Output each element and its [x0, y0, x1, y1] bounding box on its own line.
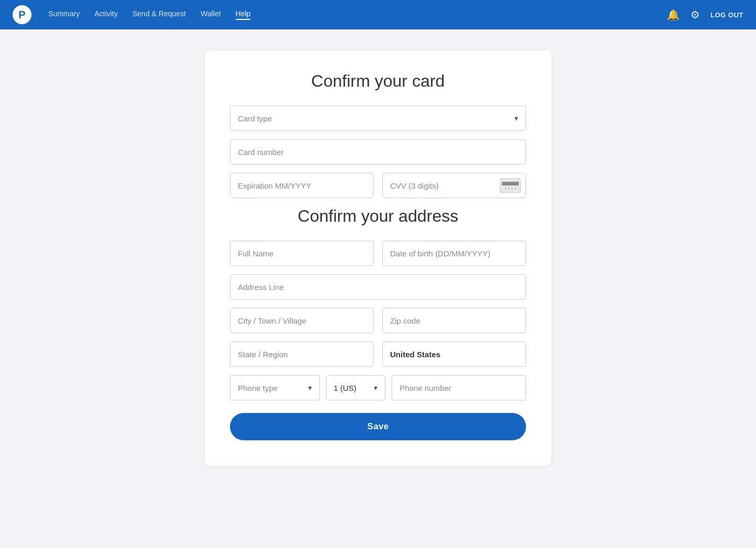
main-content: Confirm your card Card type ▾	[0, 29, 756, 497]
state-country-row	[230, 342, 526, 367]
zip-group	[382, 308, 526, 333]
name-dob-row	[230, 241, 526, 266]
phone-row: Phone type ▾ 1 (US) ▾	[230, 375, 526, 400]
cvv-card-icon	[500, 178, 521, 193]
nav-link-wallet[interactable]: Wallet	[201, 9, 220, 20]
address-line-group	[230, 274, 526, 299]
city-group	[230, 308, 374, 333]
country-group	[382, 342, 526, 367]
dob-input[interactable]	[382, 241, 526, 266]
phone-type-select[interactable]: Phone type ▾	[230, 375, 320, 400]
nav-link-help[interactable]: Help	[236, 9, 251, 20]
state-group	[230, 342, 374, 367]
card-type-label: Card type	[238, 114, 272, 123]
address-input[interactable]	[230, 274, 526, 299]
phone-code-group: 1 (US) ▾	[326, 375, 386, 400]
expiration-input[interactable]	[230, 173, 374, 198]
nav-link-summary[interactable]: Summary	[48, 9, 80, 20]
card-type-select[interactable]: Card type ▾	[230, 106, 526, 131]
navbar: P Summary Activity Send & Request Wallet…	[0, 0, 756, 29]
phone-type-chevron-icon: ▾	[308, 384, 312, 392]
city-input[interactable]	[230, 308, 374, 333]
nav-link-send-request[interactable]: Send & Request	[132, 9, 186, 20]
state-input[interactable]	[230, 342, 374, 367]
phone-code-label: 1 (US)	[334, 384, 356, 392]
paypal-logo: P	[13, 5, 32, 24]
dob-group	[382, 241, 526, 266]
city-zip-row	[230, 308, 526, 333]
nav-right: 🔔 ⚙ LOG OUT	[667, 8, 743, 21]
save-button[interactable]: Save	[230, 413, 526, 440]
card-number-input[interactable]	[230, 139, 526, 164]
logout-button[interactable]: LOG OUT	[710, 11, 743, 19]
phone-type-group: Phone type ▾	[230, 375, 320, 400]
expiry-cvv-row	[230, 173, 526, 198]
address-section-title: Confirm your address	[230, 206, 526, 226]
phone-number-group	[392, 375, 526, 400]
phone-type-label: Phone type	[238, 384, 278, 392]
country-input[interactable]	[382, 342, 526, 367]
form-container: Confirm your card Card type ▾	[205, 50, 551, 466]
card-section-title: Confirm your card	[230, 71, 526, 91]
bell-icon[interactable]: 🔔	[667, 8, 680, 21]
zip-input[interactable]	[382, 308, 526, 333]
phone-code-chevron-icon: ▾	[374, 384, 377, 392]
phone-code-select[interactable]: 1 (US) ▾	[326, 375, 386, 400]
phone-number-input[interactable]	[392, 375, 526, 400]
card-type-group: Card type ▾	[230, 106, 526, 131]
card-number-group	[230, 139, 526, 164]
cvv-stripe-decoration	[502, 182, 519, 185]
card-type-chevron-icon: ▾	[514, 114, 518, 122]
full-name-group	[230, 241, 374, 266]
expiration-group	[230, 173, 374, 198]
nav-link-activity[interactable]: Activity	[94, 9, 118, 20]
nav-links: Summary Activity Send & Request Wallet H…	[48, 9, 650, 20]
gear-icon[interactable]: ⚙	[690, 8, 700, 21]
cvv-sig-decoration	[505, 187, 516, 190]
cvv-group	[382, 173, 526, 198]
full-name-input[interactable]	[230, 241, 374, 266]
